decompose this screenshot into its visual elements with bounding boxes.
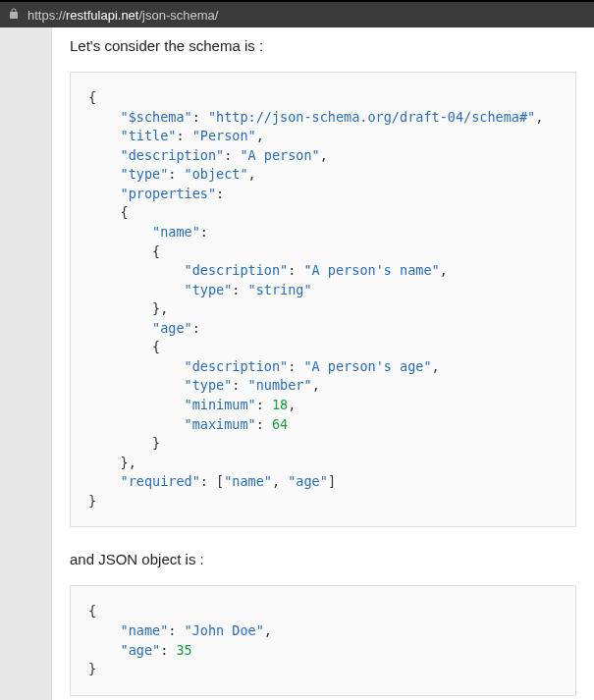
schema-code-block: { "$schema": "http://json-schema.org/dra… (70, 72, 576, 527)
browser-address-bar[interactable]: https://restfulapi.net/json-schema/ (0, 0, 594, 27)
intro-text-2: and JSON object is : (70, 551, 576, 567)
intro-text-1: Let's consider the schema is : (70, 37, 576, 54)
page-content: Let's consider the schema is : { "$schem… (51, 27, 594, 700)
lock-icon (8, 6, 27, 24)
url-text: https://restfulapi.net/json-schema/ (27, 8, 218, 23)
content-area: Let's consider the schema is : { "$schem… (0, 27, 594, 700)
json-object-code-block: { "name": "John Doe", "age": 35 } (70, 585, 576, 695)
